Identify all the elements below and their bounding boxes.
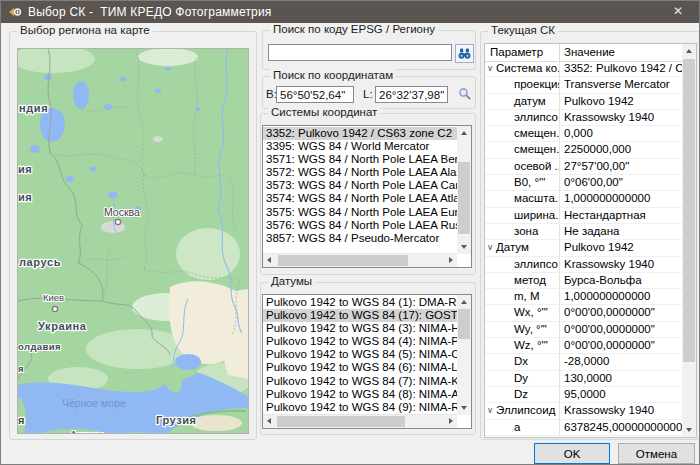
cs-table-row[interactable]: Dy130,0000 <box>485 371 682 387</box>
tree-indent <box>485 142 495 157</box>
value-cell: 2250000,000 <box>559 142 682 157</box>
scrollbar-thumb[interactable] <box>277 416 405 427</box>
list-item[interactable]: Pulkovo 1942 to WGS 84 (3): NIMA-Hun <box>263 322 457 335</box>
scroll-left-icon[interactable] <box>267 257 271 263</box>
scroll-down-icon[interactable] <box>461 406 467 410</box>
list-item[interactable]: 3571: WGS 84 / North Pole LAEA Bering Se… <box>263 153 457 166</box>
dialog-window: Выбор СК - ТИМ КРЕДО Фотограмметрия ✕ Вы… <box>0 0 700 465</box>
list-item[interactable]: 3395: WGS 84 / World Mercator <box>263 140 457 153</box>
cs-table-row[interactable]: ∨ДатумPulkovo 1942 <box>485 240 682 256</box>
systems-horizontal-scrollbar[interactable] <box>263 253 457 267</box>
list-item[interactable]: Pulkovo 1942 to WGS 84 (1): DMA-Rus <box>263 296 457 309</box>
scroll-up-icon[interactable] <box>686 49 692 53</box>
parameter-cell: датум <box>495 94 559 109</box>
cs-table-row[interactable]: зонаНе задана <box>485 224 682 240</box>
cs-table-row[interactable]: Wz, °'"0°00'00,0000000" <box>485 338 682 354</box>
scrollbar-thumb[interactable] <box>278 255 408 266</box>
coordinate-search-button[interactable] <box>456 85 473 102</box>
systems-vertical-scrollbar[interactable] <box>457 126 471 254</box>
parameter-cell: Dz <box>495 387 559 402</box>
cs-table-row[interactable]: ширина...Нестандартная <box>485 208 682 224</box>
cs-table-row[interactable]: методБурса-Вольфа <box>485 273 682 289</box>
titlebar[interactable]: Выбор СК - ТИМ КРЕДО Фотограмметрия ✕ <box>1 1 699 23</box>
cs-table-row[interactable]: эллипсо...Krassowsky 1940 <box>485 257 682 273</box>
b-coordinate-input[interactable] <box>276 86 354 103</box>
list-item[interactable]: Pulkovo 1942 to WGS 84 (5): NIMA-Cze <box>263 348 457 361</box>
value-cell: 0°00'00,0000000" <box>559 305 682 320</box>
systems-list: 3352: Pulkovo 1942 / CS63 zone C23395: W… <box>263 127 457 254</box>
list-item[interactable]: Pulkovo 1942 to WGS 84 (9): NIMA-Rom <box>263 401 457 414</box>
cs-table-row[interactable]: осевой ...27°57'00,00" <box>485 159 682 175</box>
systems-listbox: 3352: Pulkovo 1942 / CS63 zone C23395: W… <box>262 125 472 268</box>
list-item[interactable]: Pulkovo 1942 to WGS 84 (6): NIMA-Lva <box>263 361 457 374</box>
column-header-parameter[interactable]: Параметр <box>485 44 559 61</box>
value-cell: Pulkovo 1942 <box>559 240 682 255</box>
list-item[interactable]: Pulkovo 1942 to WGS 84 (7): NIMA-Kaz <box>263 375 457 388</box>
scroll-down-icon[interactable] <box>686 428 692 432</box>
collapse-chevron-icon[interactable]: ∨ <box>485 240 495 255</box>
collapse-chevron-icon[interactable]: ∨ <box>485 403 495 418</box>
list-item[interactable]: 3572: WGS 84 / North Pole LAEA Alaska <box>263 166 457 179</box>
scroll-up-icon[interactable] <box>461 131 467 135</box>
parameter-cell: a <box>495 420 559 435</box>
cs-table-row[interactable]: Wx, °'"0°00'00,0000000" <box>485 305 682 321</box>
epsg-search-input[interactable] <box>268 44 452 61</box>
scroll-right-icon[interactable] <box>449 257 453 263</box>
table-vertical-scrollbar[interactable] <box>682 44 696 437</box>
list-item[interactable]: Pulkovo 1942 to WGS 84 (4): NIMA-Pol <box>263 335 457 348</box>
list-item[interactable]: 3352: Pulkovo 1942 / CS63 zone C2 <box>263 127 457 140</box>
list-item[interactable]: 3574: WGS 84 / North Pole LAEA Atlantic <box>263 192 457 205</box>
datums-horizontal-scrollbar[interactable] <box>263 414 457 428</box>
value-cell: Krassowsky 1940 <box>559 257 682 272</box>
l-coordinate-input[interactable] <box>375 86 448 103</box>
map[interactable]: ндияияияМоскваларусьКиевУкраинаолдавияяЧ… <box>17 48 249 434</box>
list-item[interactable]: 3576: WGS 84 / North Pole LAEA Russia <box>263 219 457 232</box>
parameter-cell: метод <box>495 273 559 288</box>
scrollbar-thumb[interactable] <box>458 309 470 339</box>
cs-table-row[interactable]: масшта...1,000000000000 <box>485 191 682 207</box>
cs-table-row[interactable]: Dx-28,0000 <box>485 354 682 370</box>
cs-table-row[interactable]: Wy, °'"0°00'00,0000000" <box>485 322 682 338</box>
list-item[interactable]: 3575: WGS 84 / North Pole LAEA Europe <box>263 206 457 219</box>
scroll-left-icon[interactable] <box>267 418 271 424</box>
cs-table-row[interactable]: ∨ЭллипсоидKrassowsky 1940 <box>485 403 682 419</box>
map-label: Грузия <box>156 414 197 426</box>
parameter-cell: масшта... <box>495 191 559 206</box>
cs-table-row[interactable]: ∨Система ко...3352: Pulkovo 1942 / CS63 … <box>485 61 682 77</box>
cs-table-row[interactable]: датумPulkovo 1942 <box>485 94 682 110</box>
scroll-down-icon[interactable] <box>461 245 467 249</box>
scroll-up-icon[interactable] <box>461 300 467 304</box>
value-cell: Бурса-Вольфа <box>559 273 682 288</box>
scroll-right-icon[interactable] <box>449 418 453 424</box>
tree-indent <box>485 322 495 337</box>
parameter-cell: эллипсо... <box>495 110 559 125</box>
value-cell: 3352: Pulkovo 1942 / CS63 ... <box>559 61 682 76</box>
cs-table-row[interactable]: проекцияTransverse Mercator <box>485 77 682 93</box>
list-item[interactable]: Pulkovo 1942 to WGS 84 (17): GOST-Rus <box>263 309 457 322</box>
epsg-search-button[interactable] <box>455 44 474 63</box>
cs-table-row[interactable]: смещен...2250000,000 <box>485 142 682 158</box>
list-item[interactable]: 3857: WGS 84 / Pseudo-Mercator <box>263 232 457 245</box>
value-cell: Нестандартная <box>559 208 682 223</box>
cs-table-row[interactable]: a6378245,000000000000 <box>485 420 682 436</box>
cancel-button[interactable]: Отмена <box>618 443 695 464</box>
datums-vertical-scrollbar[interactable] <box>457 295 471 415</box>
close-button[interactable]: ✕ <box>657 1 699 23</box>
cs-table-row[interactable]: эллипсо...Krassowsky 1940 <box>485 110 682 126</box>
cs-table-row[interactable]: m, M1,000000000000 <box>485 289 682 305</box>
column-header-value[interactable]: Значение <box>559 44 696 61</box>
tree-indent <box>485 387 495 402</box>
collapse-chevron-icon[interactable]: ∨ <box>485 61 495 76</box>
map-label: я <box>18 414 25 426</box>
scrollbar-thumb[interactable] <box>683 59 695 362</box>
cs-table-row[interactable]: Dz95,0000 <box>485 387 682 403</box>
value-cell: Krassowsky 1940 <box>559 403 682 418</box>
tree-indent <box>485 289 495 304</box>
cs-table-row[interactable]: B0, °'"0°06'00,00" <box>485 175 682 191</box>
ok-button[interactable]: OK <box>534 443 610 464</box>
list-item[interactable]: Pulkovo 1942 to WGS 84 (8): NIMA-Alb <box>263 388 457 401</box>
scrollbar-thumb[interactable] <box>458 162 470 234</box>
cs-table-row[interactable]: смещен...0,000 <box>485 126 682 142</box>
list-item[interactable]: 3573: WGS 84 / North Pole LAEA Canada <box>263 179 457 192</box>
l-label: L: <box>363 88 373 100</box>
